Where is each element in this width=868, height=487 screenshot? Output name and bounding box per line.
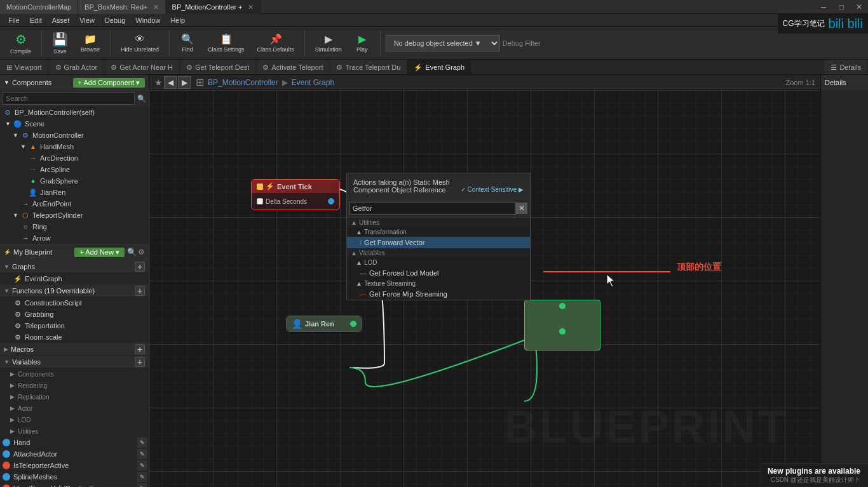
menu-debug[interactable]: Debug xyxy=(100,14,130,27)
tree-item-grabbing[interactable]: ⚙ Grabbing xyxy=(0,309,149,320)
bookmarks-icon[interactable]: ★ xyxy=(154,77,163,88)
context-item-get-forward-vector[interactable]: / Get Forward Vector xyxy=(347,237,530,248)
tab-activate-teleport[interactable]: ⚙ Activate Teleport xyxy=(256,60,330,75)
tab-get-actor-near-h[interactable]: ⚙ Get Actor Near H xyxy=(104,60,180,75)
var-sub-components[interactable]: ▶ Components xyxy=(5,368,149,380)
graphs-section-header[interactable]: ▼ Graphs + xyxy=(0,260,149,273)
event-tick-node[interactable]: ⚡ Event Tick Delta Seconds xyxy=(251,179,340,210)
tree-item-arrow[interactable]: → Arrow xyxy=(0,232,149,244)
functions-add-button[interactable]: + xyxy=(135,286,145,296)
tree-item-jianren[interactable]: 👤 JianRen xyxy=(0,187,149,198)
tab-details[interactable]: ☰ Details xyxy=(824,60,868,75)
add-component-button[interactable]: + Add Component ▾ xyxy=(73,78,145,88)
add-new-button[interactable]: + Add New ▾ xyxy=(74,248,125,257)
tree-item-ring[interactable]: ○ Ring xyxy=(0,221,149,232)
var-edit-blast[interactable]: ✎ xyxy=(137,483,147,487)
var-sub-lod[interactable]: ▶ LOD xyxy=(5,414,149,425)
simulation-button[interactable]: ▶ Simulation xyxy=(310,29,347,58)
comp-ref-pin-top[interactable] xyxy=(559,303,566,309)
var-edit-teleporter[interactable]: ✎ xyxy=(137,460,147,470)
variables-section-header[interactable]: ▼ Variables + xyxy=(0,356,149,368)
components-search-input[interactable] xyxy=(3,92,135,105)
hide-unrelated-button[interactable]: 👁 Hide Unrelated xyxy=(116,29,164,58)
maximize-button[interactable]: □ xyxy=(832,0,850,14)
menu-asset[interactable]: Asset xyxy=(47,14,75,27)
var-spline-meshes[interactable]: SplineMeshes ✎ xyxy=(0,471,149,483)
var-sub-rendering[interactable]: ▶ Rendering xyxy=(5,380,149,391)
tab-get-teleport-dest[interactable]: ⚙ Get Teleport Dest xyxy=(180,60,256,75)
canvas-forward-button[interactable]: ▶ xyxy=(178,76,191,89)
components-header[interactable]: ▼ Components + Add Component ▾ xyxy=(0,75,149,90)
canvas-back-button[interactable]: ◀ xyxy=(164,76,177,89)
var-edit-hand[interactable]: ✎ xyxy=(137,437,147,448)
macros-section-header[interactable]: ▶ Macros + xyxy=(0,343,149,356)
tab-grab-actor[interactable]: ⚙ Grab Actor xyxy=(49,60,105,75)
jian-ren-node[interactable]: 👤 Jian Ren xyxy=(286,316,362,332)
var-attached-actor[interactable]: AttachedActor ✎ xyxy=(0,448,149,460)
delta-seconds-pin[interactable] xyxy=(328,198,334,204)
var-sub-actor[interactable]: ▶ Actor xyxy=(5,403,149,414)
blueprint-canvas[interactable]: BLUEPRINT ⚡ Event Tick xyxy=(149,90,820,487)
context-item-get-force-mip[interactable]: — Get Force Mip Streaming xyxy=(347,288,530,300)
tab-bp-motion-controller[interactable]: BP_MotionController + ✕ xyxy=(166,0,261,14)
context-menu-search-input[interactable] xyxy=(349,202,516,215)
menu-view[interactable]: View xyxy=(74,14,100,27)
play-button[interactable]: ▶ Play xyxy=(349,29,375,58)
comp-ref-pin-bottom[interactable] xyxy=(559,328,566,335)
debug-filter-select[interactable]: No debug object selected ▼ xyxy=(386,35,500,51)
browse-button[interactable]: 📁 Browse xyxy=(76,29,105,58)
tree-item-teleportcylinder[interactable]: ▼ ⬡ TeleportCylinder xyxy=(0,210,149,221)
tab-close-icon[interactable]: ✕ xyxy=(153,3,159,11)
context-subcat-texture-streaming[interactable]: ▲ Texture Streaming xyxy=(347,279,530,288)
save-button[interactable]: 💾 Save xyxy=(47,29,73,58)
tree-item-motioncontroller[interactable]: ▼ ⚙ MotionController xyxy=(0,130,149,141)
menu-file[interactable]: File xyxy=(3,14,25,27)
context-sensitive-label[interactable]: ✓ Context Sensitive ▶ xyxy=(461,186,524,193)
tab-event-graph[interactable]: ⚡ Event Graph xyxy=(407,60,471,75)
tree-item-arcendpoint[interactable]: → ArcEndPoint xyxy=(0,198,149,210)
tree-item-arcdirection[interactable]: → ArcDirection xyxy=(0,152,149,164)
find-button[interactable]: 🔍 Find xyxy=(175,29,200,58)
jian-ren-out-pin[interactable] xyxy=(350,321,356,327)
context-cat-utilities[interactable]: ▲ Utilities xyxy=(347,218,530,227)
component-ref-node[interactable] xyxy=(524,300,600,350)
context-subcat-lod[interactable]: ▲ LOD xyxy=(347,258,530,267)
var-hand[interactable]: Hand ✎ xyxy=(0,437,149,448)
tree-item-bp-motioncontroller-self[interactable]: ⚙ BP_MotionController(self) xyxy=(0,107,149,118)
my-blueprint-header[interactable]: ⚡ My Blueprint + Add New ▾ 🔍 ⚙ xyxy=(0,244,149,260)
tab-viewport[interactable]: ⊞ Viewport xyxy=(0,60,49,75)
exec-out-pin-2[interactable] xyxy=(257,198,263,204)
tree-item-construction[interactable]: ⚙ ConstructionScript xyxy=(0,297,149,309)
minimize-button[interactable]: ─ xyxy=(815,0,832,14)
var-edit-attached[interactable]: ✎ xyxy=(137,449,147,459)
tree-item-teleportation[interactable]: ⚙ Teleportation xyxy=(0,320,149,331)
tree-item-handmesh[interactable]: ▼ ▲ HandMesh xyxy=(0,141,149,152)
tab-trace-teleport[interactable]: ⚙ Trace Teleport Du xyxy=(330,60,407,75)
var-sub-utilities[interactable]: ▶ Utilities xyxy=(5,425,149,437)
tab-motion-controller-map[interactable]: MotionControllerMap xyxy=(0,0,78,14)
menu-window[interactable]: Window xyxy=(130,14,165,27)
tree-item-eventgraph[interactable]: ⚡ EventGraph xyxy=(0,273,149,284)
close-button[interactable]: ✕ xyxy=(850,0,868,14)
graphs-add-button[interactable]: + xyxy=(135,262,145,272)
class-settings-button[interactable]: 📋 Class Settings xyxy=(203,29,250,58)
tree-item-arcspline[interactable]: → ArcSpline xyxy=(0,164,149,175)
mb-settings-icon[interactable]: ⚙ xyxy=(138,248,145,257)
macros-add-button[interactable]: + xyxy=(135,344,145,354)
class-defaults-button[interactable]: 📌 Class Defaults xyxy=(252,29,299,58)
context-cat-variables[interactable]: ▲ Variables xyxy=(347,248,530,258)
var-blast-frame[interactable]: bLastFrameValidDestination ✎ xyxy=(0,483,149,487)
var-sub-replication[interactable]: ▶ Replication xyxy=(5,391,149,403)
tree-item-scene[interactable]: ▼ 🔵 Scene xyxy=(0,118,149,130)
breadcrumb-event-graph[interactable]: Event Graph xyxy=(292,78,334,87)
context-subcat-transformation[interactable]: ▲ Transformation xyxy=(347,227,530,237)
exec-out-pin[interactable] xyxy=(257,183,263,190)
compile-button[interactable]: ⚙ Compile xyxy=(5,29,36,58)
tab-bp-boxmesh[interactable]: BP_BoxMesh: Red+ ✕ xyxy=(78,0,165,14)
menu-help[interactable]: Help xyxy=(165,14,190,27)
var-is-teleporter-active[interactable]: IsTeleporterActive ✎ xyxy=(0,460,149,471)
tree-item-room-scale[interactable]: ⚙ Room-scale xyxy=(0,331,149,343)
context-menu-close-button[interactable]: ✕ xyxy=(516,203,527,214)
menu-edit[interactable]: Edit xyxy=(25,14,47,27)
breadcrumb-bp[interactable]: BP_MotionController xyxy=(208,78,278,87)
